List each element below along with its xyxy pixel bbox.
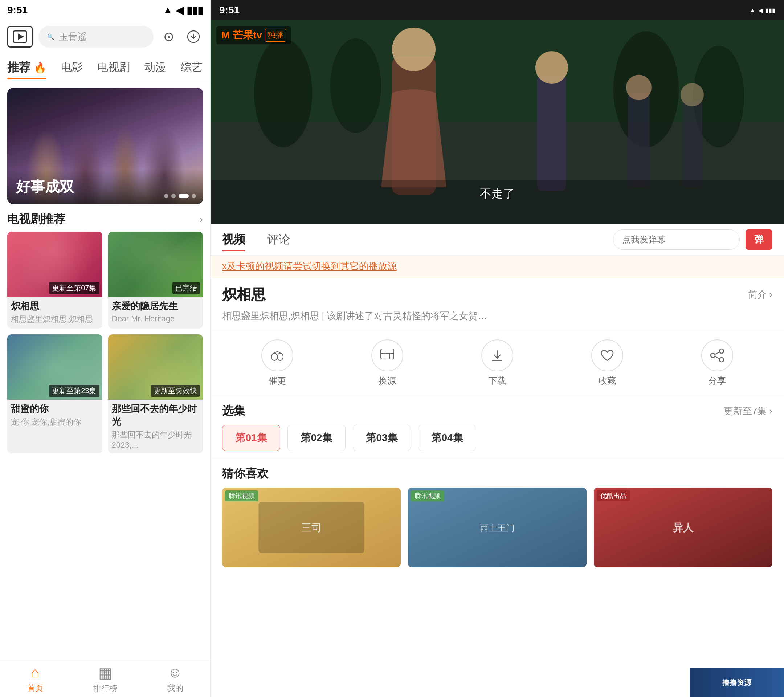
warning-text: x及卡顿的视频请尝试切换到其它的播放源: [222, 260, 397, 272]
header: 🔍 玉骨遥 ⊙: [0, 20, 210, 53]
left-status-bar: 9:51 ▲ ◀ ▮▮▮: [0, 0, 210, 20]
video-player[interactable]: M 芒果tv 独播 不走了: [211, 20, 784, 224]
video-card-1[interactable]: 更新至第07集 炽相思 相思盏里炽相思,炽相思: [7, 232, 102, 328]
show-info: 炽相思 简介 › 相思盏里炽相思,炽相思 | 该剧讲述了对古灵精怪的将军之女贺…: [211, 277, 784, 331]
warning-banner[interactable]: x及卡顿的视频请尝试切换到其它的播放源: [211, 255, 784, 277]
svg-point-13: [535, 51, 568, 84]
rec-card-3[interactable]: 异人 优酷出品: [594, 488, 772, 567]
danmu-button[interactable]: 弹: [746, 229, 772, 250]
video-card-4[interactable]: 更新至失效快 那些回不去的年少时光 那些回不去的年少时光2023,...: [108, 334, 203, 453]
svg-rect-12: [537, 75, 566, 191]
battery-icon: ▮▮▮: [186, 4, 203, 16]
banner-dots: [164, 194, 196, 198]
exclusive-badge: 独播: [265, 29, 286, 42]
tab-recommend[interactable]: 推荐 🔥: [7, 57, 46, 78]
bottom-nav: ⌂ 首页 ▦ 排行榜 ☺ 我的: [0, 661, 210, 697]
search-bar[interactable]: 🔍 玉骨遥: [38, 26, 153, 48]
nav-profile[interactable]: ☺ 我的: [140, 664, 210, 694]
favorite-icon: [591, 339, 623, 371]
action-download[interactable]: 下载: [442, 339, 552, 387]
tab-drama[interactable]: 电视剧: [97, 57, 130, 78]
svg-line-35: [715, 356, 720, 359]
rec-card-2[interactable]: 西土王门 腾讯视频: [408, 488, 586, 567]
title-3: 甜蜜的你: [11, 403, 99, 415]
tab-video[interactable]: 视频: [222, 228, 245, 251]
episode-btn-4[interactable]: 第04集: [418, 425, 476, 451]
download-button[interactable]: [184, 27, 203, 46]
episode-btn-3[interactable]: 第03集: [353, 425, 411, 451]
tv-section-more[interactable]: ›: [199, 213, 203, 225]
action-favorite[interactable]: 收藏: [552, 339, 662, 387]
video-card-3[interactable]: 更新至第23集 甜蜜的你 宠·你,宠你,甜蜜的你: [7, 334, 102, 453]
episode-grid: 第01集 第02集 第03集 第04集: [222, 425, 772, 451]
urge-icon: [261, 339, 293, 371]
title-1: 炽相思: [11, 300, 99, 313]
left-status-icons: ▲ ◀ ▮▮▮: [163, 4, 203, 16]
player-subtitle: 不走了: [480, 186, 515, 202]
dot-3: [179, 194, 189, 198]
left-status-time: 9:51: [7, 4, 28, 16]
recommendations-section: 猜你喜欢 三司: [211, 458, 784, 697]
right-status-icons: ▲ ◀ ▮▮▮: [749, 7, 775, 14]
profile-icon: ☺: [168, 664, 183, 681]
action-switch-source[interactable]: 换源: [332, 339, 442, 387]
tab-variety[interactable]: 综艺: [181, 57, 203, 78]
right-status-bar: 9:51 ▲ ◀ ▮▮▮: [211, 0, 784, 20]
share-label: 分享: [708, 375, 726, 387]
video-card-2[interactable]: 已完结 亲爱的隐居先生 Dear Mr. Heritage: [108, 232, 203, 328]
nav-profile-label: 我的: [167, 683, 183, 694]
subtitle-4: 那些回不去的年少时光2023,...: [112, 430, 199, 450]
switch-source-icon: [371, 339, 403, 371]
badge-2: 已完结: [172, 282, 200, 294]
danmu-input[interactable]: [613, 229, 740, 250]
badge-3: 更新至第23集: [49, 385, 99, 397]
svg-point-7: [330, 38, 381, 133]
svg-point-20: [272, 353, 277, 361]
right-battery-icon: ▮▮▮: [766, 7, 775, 14]
badge-1: 更新至第07集: [49, 282, 99, 294]
fire-icon: 🔥: [34, 62, 46, 73]
subtitle-3: 宠·你,宠你,甜蜜的你: [11, 417, 99, 428]
tab-anime[interactable]: 动漫: [145, 57, 166, 78]
episode-update[interactable]: 更新至7集 ›: [724, 405, 772, 417]
subtitle-2: Dear Mr. Heritage: [112, 314, 199, 323]
tab-comments[interactable]: 评论: [267, 228, 290, 251]
action-share[interactable]: 分享: [662, 339, 772, 387]
favorite-label: 收藏: [598, 375, 616, 387]
download-label: 下载: [489, 375, 506, 387]
action-urge[interactable]: 催更: [222, 339, 332, 387]
tv-section-title: 电视剧推荐: [7, 211, 65, 227]
right-wifi-icon: ◀: [758, 7, 763, 14]
app-logo[interactable]: [7, 26, 33, 48]
svg-rect-14: [628, 93, 650, 187]
svg-text:异人: 异人: [673, 522, 693, 533]
nav-ranking[interactable]: ▦ 排行榜: [70, 664, 140, 694]
episode-btn-2[interactable]: 第02集: [287, 425, 346, 451]
svg-point-11: [392, 28, 436, 71]
show-intro-button[interactable]: 简介 ›: [748, 288, 772, 301]
watermark: 撸撸资源: [690, 668, 784, 697]
watermark-text: 撸撸资源: [722, 678, 751, 687]
action-row: 催更 换源 下载: [211, 331, 784, 396]
svg-point-31: [720, 349, 724, 353]
episode-btn-1[interactable]: 第01集: [222, 425, 280, 451]
tab-movie[interactable]: 电影: [61, 57, 83, 78]
urge-label: 催更: [268, 375, 286, 387]
title-2: 亲爱的隐居先生: [112, 300, 199, 313]
svg-point-21: [277, 353, 283, 361]
rec-thumb-1: 三司 腾讯视频: [222, 488, 401, 567]
svg-point-15: [626, 75, 652, 100]
video-grid: 更新至第07集 炽相思 相思盏里炽相思,炽相思 已完结 亲爱的隐居先生 Dear…: [0, 232, 210, 453]
featured-banner[interactable]: 好事成双: [7, 88, 203, 204]
rec-grid: 三司 腾讯视频: [222, 488, 772, 567]
nav-home[interactable]: ⌂ 首页: [0, 664, 70, 694]
rec-thumb-3: 异人 优酷出品: [594, 488, 772, 567]
badge-4: 更新至失效快: [151, 385, 200, 397]
svg-rect-24: [381, 349, 394, 359]
show-description: 相思盏里炽相思,炽相思 | 该剧讲述了对古灵精怪的将军之女贺…: [222, 309, 772, 323]
history-button[interactable]: ⊙: [159, 27, 178, 46]
svg-text:西土王门: 西土王门: [480, 524, 515, 533]
rec-card-1[interactable]: 三司 腾讯视频: [222, 488, 401, 567]
rec-badge-2: 腾讯视频: [411, 491, 444, 501]
nav-tabs: 推荐 🔥 电影 电视剧 动漫 综艺: [0, 53, 210, 82]
